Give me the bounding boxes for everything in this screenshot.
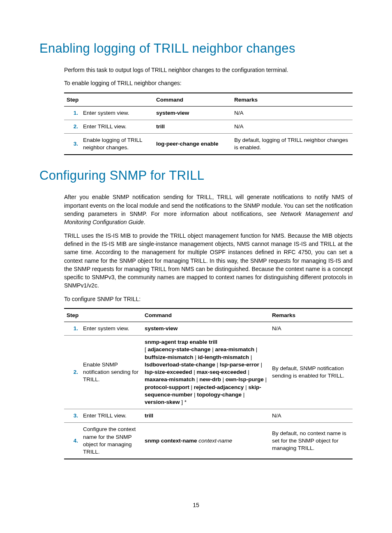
section1-heading: Enabling logging of TRILL neighbor chang… — [39, 41, 353, 56]
section2-para1: After you enable SNMP notification sendi… — [64, 193, 353, 226]
section2-heading: Configuring SNMP for TRILL — [39, 168, 353, 183]
table-row: 3. Enable logging of TRILL neighbor chan… — [64, 134, 353, 155]
step-remarks: N/A — [232, 106, 353, 120]
th-step: Step — [64, 308, 142, 322]
step-command: trill — [142, 409, 270, 423]
table-row: 3. Enter TRILL view. trill N/A — [64, 409, 353, 423]
th-command: Command — [154, 93, 232, 107]
section1-para1: Perform this task to output logs of TRIL… — [64, 66, 353, 74]
th-command: Command — [142, 308, 270, 322]
step-number: 4. — [64, 423, 81, 459]
step-command: system-view — [142, 322, 270, 336]
table-row: 4. Configure the context name for the SN… — [64, 423, 353, 459]
step-command: snmp-agent trap enable trill[ adjacency-… — [142, 336, 270, 409]
section2-table: Step Command Remarks 1. Enter system vie… — [64, 308, 353, 459]
table-row: 1. Enter system view. system-view N/A — [64, 322, 353, 336]
step-number: 3. — [64, 134, 81, 155]
section2-body: After you enable SNMP notification sendi… — [64, 193, 353, 459]
table-row: 2. Enter TRILL view. trill N/A — [64, 120, 353, 133]
step-desc: Enter system view. — [81, 106, 154, 120]
section1-table: Step Command Remarks 1. Enter system vie… — [64, 93, 353, 155]
th-step: Step — [64, 93, 154, 107]
section1-para2: To enable logging of TRILL neighbor chan… — [64, 79, 353, 87]
step-desc: Enter system view. — [81, 322, 142, 336]
section2-para2: TRILL uses the IS-IS MIB to provide the … — [64, 232, 353, 290]
para-text: . — [144, 219, 145, 225]
step-command: system-view — [154, 106, 232, 120]
step-command: log-peer-change enable — [154, 134, 232, 155]
step-command: snmp context-name context-name — [142, 423, 270, 459]
table-row: 2. Enable SNMP notification sending for … — [64, 336, 353, 409]
table-row: 1. Enter system view. system-view N/A — [64, 106, 353, 120]
step-number: 1. — [64, 106, 81, 120]
page-container: Enabling logging of TRILL neighbor chang… — [0, 0, 392, 533]
th-remarks: Remarks — [270, 308, 353, 322]
step-number: 2. — [64, 336, 81, 409]
step-desc: Configure the context name for the SNMP … — [81, 423, 142, 459]
step-remarks: By default, SNMP notification sending is… — [270, 336, 353, 409]
section1-body: Perform this task to output logs of TRIL… — [64, 66, 353, 155]
step-command: trill — [154, 120, 232, 133]
section2-para3: To configure SNMP for TRILL: — [64, 295, 353, 303]
table-header-row: Step Command Remarks — [64, 93, 353, 107]
step-remarks: By default, logging of TRILL neighbor ch… — [232, 134, 353, 155]
th-remarks: Remarks — [232, 93, 353, 107]
step-remarks: By default, no context name is set for t… — [270, 423, 353, 459]
page-number: 15 — [0, 502, 392, 508]
step-desc: Enter TRILL view. — [81, 120, 154, 133]
step-number: 1. — [64, 322, 81, 336]
step-number: 3. — [64, 409, 81, 423]
table-header-row: Step Command Remarks — [64, 308, 353, 322]
step-remarks: N/A — [270, 322, 353, 336]
step-desc: Enable logging of TRILL neighbor changes… — [81, 134, 154, 155]
step-remarks: N/A — [270, 409, 353, 423]
step-remarks: N/A — [232, 120, 353, 133]
step-desc: Enable SNMP notification sending for TRI… — [81, 336, 142, 409]
step-number: 2. — [64, 120, 81, 133]
step-desc: Enter TRILL view. — [81, 409, 142, 423]
